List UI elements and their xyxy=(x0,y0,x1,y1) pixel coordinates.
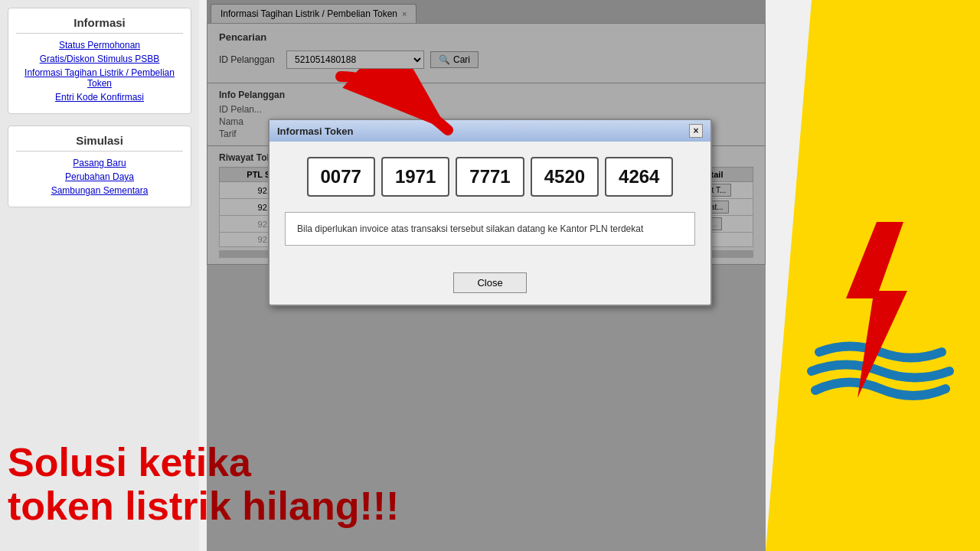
sidebar-link-pasang[interactable]: Pasang Baru xyxy=(16,158,183,168)
token-modal: Informasi Token × 0077 1971 7771 4520 42… xyxy=(268,119,712,306)
modal-titlebar: Informasi Token × xyxy=(270,120,710,142)
modal-overlay: Informasi Token × 0077 1971 7771 4520 42… xyxy=(207,0,766,551)
yellow-section xyxy=(766,0,980,551)
token-segment-1: 0077 xyxy=(307,157,375,197)
token-display: 0077 1971 7771 4520 4264 xyxy=(285,157,695,197)
modal-close-button[interactable]: × xyxy=(689,124,703,138)
modal-title: Informasi Token xyxy=(277,126,353,137)
simulasi-section: Simulasi Pasang Baru Perubahan Daya Samb… xyxy=(8,126,191,207)
token-segment-3: 7771 xyxy=(456,157,524,197)
sidebar-link-status[interactable]: Status Permohonan xyxy=(16,40,183,51)
token-segment-5: 4264 xyxy=(605,157,673,197)
sidebar-link-perubahan[interactable]: Perubahan Daya xyxy=(16,171,183,182)
sidebar-link-tagihan[interactable]: Informasi Tagihan Listrik / Pembelian To… xyxy=(16,67,183,89)
modal-body: 0077 1971 7771 4520 4264 Bila diperlukan… xyxy=(270,142,710,272)
simulasi-title: Simulasi xyxy=(16,134,183,152)
sidebar-link-sambungan[interactable]: Sambungan Sementara xyxy=(16,185,183,196)
sidebar-link-konfirmasi[interactable]: Entri Kode Konfirmasi xyxy=(16,92,183,103)
main-area: Informasi Tagihan Listrik / Pembelian To… xyxy=(207,0,766,551)
close-modal-button[interactable]: Close xyxy=(453,272,526,293)
sidebar-link-stimulus[interactable]: Gratis/Diskon Stimulus PSBB xyxy=(16,54,183,64)
informasi-title: Informasi xyxy=(16,16,183,34)
lightning-icon xyxy=(804,214,957,406)
informasi-section: Informasi Status Permohonan Gratis/Disko… xyxy=(8,8,191,114)
token-message: Bila diperlukan invoice atas transaksi t… xyxy=(285,212,695,246)
token-segment-2: 1971 xyxy=(381,157,449,197)
token-segment-4: 4520 xyxy=(531,157,599,197)
modal-footer: Close xyxy=(270,272,710,305)
